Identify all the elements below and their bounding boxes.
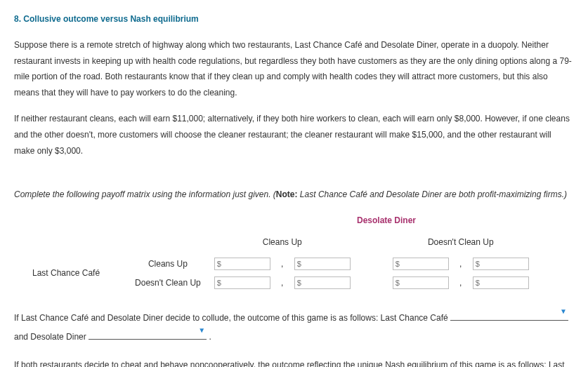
row-player-label: Last Chance Café <box>28 255 107 293</box>
instruction-text: Complete the following payoff matrix usi… <box>14 187 574 203</box>
dropdown-collude-desolate[interactable]: ▼ <box>89 329 207 340</box>
dropdown-collude-lastchance[interactable]: ▼ <box>450 310 568 321</box>
q2-text-1: If both restaurants decide to cheat and … <box>14 360 565 367</box>
q1-text-2: and Desolate Diner <box>14 332 89 342</box>
payoff-matrix: Desolate Diner Cleans Up Doesn't Clean U… <box>14 213 574 292</box>
q1-text-1: If Last Chance Café and Desolate Diner d… <box>14 313 450 323</box>
note-label: Note: <box>276 189 298 199</box>
payoff-r2c1-left[interactable] <box>214 276 270 289</box>
col-label-doesnt-clean: Doesn't Clean Up <box>386 233 535 255</box>
col-label-cleans-up: Cleans Up <box>208 233 357 255</box>
collusion-question: If Last Chance Café and Desolate Diner d… <box>14 309 574 346</box>
question-heading: 8. Collusive outcome versus Nash equilib… <box>14 11 574 27</box>
payoff-r1c2-left[interactable] <box>393 258 449 270</box>
caret-down-icon: ▼ <box>198 323 205 338</box>
instruction-pre: Complete the following payoff matrix usi… <box>14 189 276 199</box>
caret-down-icon: ▼ <box>560 304 567 319</box>
payoff-r1c1-left[interactable] <box>214 258 270 270</box>
instruction-note: Last Chance Café and Desolate Diner are … <box>298 189 568 199</box>
comma: , <box>277 274 288 293</box>
payoff-table: Cleans Up Doesn't Clean Up Last Chance C… <box>28 233 535 292</box>
scenario-paragraph-2: If neither restaurant cleans, each will … <box>14 111 574 159</box>
row-label-cleans-up: Cleans Up <box>107 255 208 274</box>
row-label-doesnt-clean: Doesn't Clean Up <box>107 274 208 293</box>
payoff-r2c2-right[interactable] <box>473 276 529 289</box>
payoff-r1c2-right[interactable] <box>473 258 529 270</box>
q1-text-3: . <box>209 332 211 342</box>
payoff-r2c1-right[interactable] <box>294 276 351 289</box>
payoff-r2c2-left[interactable] <box>393 276 449 289</box>
comma: , <box>455 255 466 274</box>
payoff-r1c1-right[interactable] <box>294 258 351 270</box>
comma: , <box>455 274 466 293</box>
nash-question: If both restaurants decide to cheat and … <box>14 356 574 367</box>
column-player-label: Desolate Diner <box>253 213 520 229</box>
scenario-paragraph-1: Suppose there is a remote stretch of hig… <box>14 37 574 101</box>
comma: , <box>277 255 288 274</box>
